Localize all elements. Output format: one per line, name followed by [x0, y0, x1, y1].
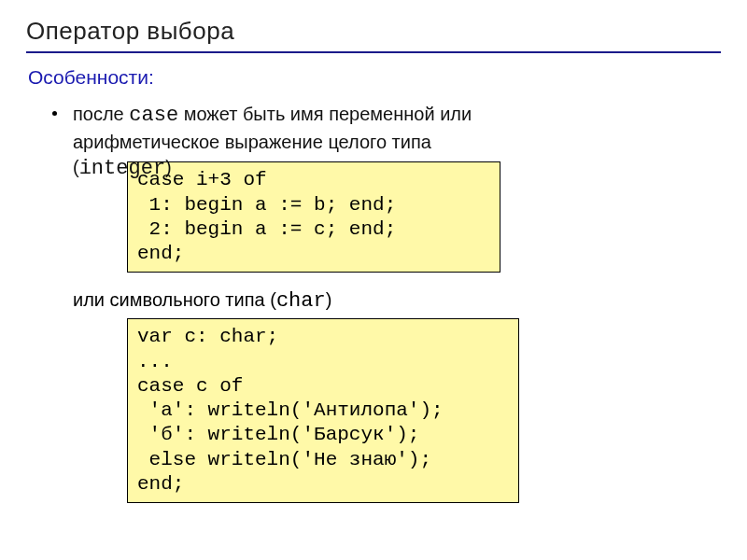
slide-title: Оператор выбора [26, 17, 721, 53]
cont-text-2: ) [326, 289, 332, 310]
code-block-integer: case i+3 of 1: begin a := b; end; 2: beg… [127, 161, 500, 273]
cont-text-1: или символьного типа ( [73, 289, 276, 310]
bullet-text-1b: может быть имя переменной или [178, 104, 472, 124]
keyword-case: case [129, 104, 178, 127]
keyword-char: char [276, 289, 326, 313]
paren-open: ( [73, 157, 79, 177]
code-block-char: var c: char; ... case c of 'а': writeln(… [127, 318, 519, 503]
bullet-text-1a: после [73, 104, 129, 124]
bullet-text-2: арифметическое выражение целого типа [58, 130, 721, 155]
continuation-text: или символьного типа (char) [73, 289, 721, 313]
section-heading: Особенности: [28, 66, 721, 89]
bullet-dot-icon [52, 111, 57, 116]
